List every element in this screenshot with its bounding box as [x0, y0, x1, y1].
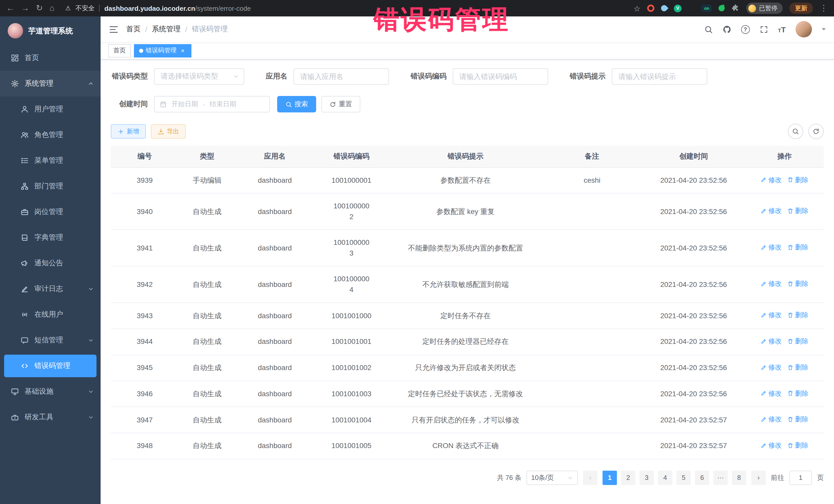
- sidebar-toggle-icon[interactable]: [109, 24, 118, 34]
- tab-home[interactable]: 首页: [108, 44, 131, 57]
- page-ellipsis-button[interactable]: ···: [714, 470, 728, 485]
- extensions-puzzle-icon[interactable]: [731, 4, 740, 12]
- bookmark-star-icon[interactable]: ☆: [634, 4, 640, 12]
- sidebar-submenu-system: 用户管理 角色管理 菜单管理 部门管理 岗位管理: [0, 96, 101, 377]
- font-size-icon[interactable]: TT: [778, 25, 786, 33]
- extension-drop-icon[interactable]: [660, 4, 668, 13]
- chevron-down-icon[interactable]: [822, 28, 826, 32]
- edit-link[interactable]: 修改: [761, 206, 782, 216]
- date-range-picker[interactable]: 开始日期 - 结束日期: [154, 96, 270, 112]
- sidebar-item-dict-mgmt[interactable]: 字典管理: [0, 225, 101, 250]
- toggle-search-button[interactable]: [788, 124, 803, 139]
- sidebar-item-dept-mgmt[interactable]: 部门管理: [0, 174, 101, 199]
- cell-actions: 修改删除: [745, 433, 824, 459]
- reset-button[interactable]: 重置: [321, 96, 360, 112]
- sidebar-item-online-users[interactable]: 在线用户: [0, 302, 101, 327]
- cell-id: 3944: [111, 329, 179, 355]
- app-logo[interactable]: 芋道管理系统: [0, 17, 101, 45]
- delete-link[interactable]: 删除: [787, 279, 808, 289]
- sidebar-item-dev-tools[interactable]: 研发工具: [0, 404, 101, 430]
- page-button-6[interactable]: 6: [695, 470, 709, 485]
- delete-link[interactable]: 删除: [787, 175, 808, 185]
- filter-error-msg: 错误码提示: [570, 68, 707, 85]
- sidebar-item-home[interactable]: 首页: [0, 45, 101, 71]
- delete-link[interactable]: 删除: [787, 414, 808, 424]
- reload-icon[interactable]: ↻: [36, 4, 43, 12]
- error-msg-input[interactable]: [612, 68, 707, 85]
- edit-link[interactable]: 修改: [761, 310, 782, 320]
- github-icon[interactable]: [722, 25, 731, 34]
- export-button[interactable]: 导出: [151, 124, 186, 138]
- delete-link[interactable]: 删除: [787, 440, 808, 451]
- delete-link[interactable]: 删除: [787, 363, 808, 372]
- delete-link[interactable]: 删除: [787, 388, 808, 398]
- filter-row-1: 错误码类型 请选择错误码类型 应用名 错误码编码 错误码提示: [111, 68, 824, 85]
- cell-app: dashboard: [236, 303, 314, 329]
- update-button[interactable]: 更新: [789, 3, 813, 14]
- page-button-5[interactable]: 5: [676, 470, 691, 485]
- cell-remark: [542, 194, 642, 230]
- sidebar-item-menu-mgmt[interactable]: 菜单管理: [0, 148, 101, 174]
- add-button[interactable]: 新增: [111, 124, 146, 138]
- app-title: 芋道管理系统: [28, 26, 73, 36]
- edit-link[interactable]: 修改: [761, 388, 782, 398]
- page-button-3[interactable]: 3: [639, 470, 654, 485]
- page-button-1[interactable]: 1: [602, 470, 617, 485]
- sidebar-item-infrastructure[interactable]: 基础设施: [0, 379, 101, 404]
- edit-link[interactable]: 修改: [761, 363, 782, 372]
- edit-link[interactable]: 修改: [761, 440, 782, 451]
- sidebar-item-sms-mgmt[interactable]: 短信管理: [0, 327, 101, 353]
- user-avatar[interactable]: [795, 21, 812, 38]
- extension-v-icon[interactable]: V: [674, 4, 682, 12]
- close-icon[interactable]: ×: [179, 47, 186, 54]
- extension-ring-icon[interactable]: [647, 5, 654, 12]
- sidebar-item-audit-log[interactable]: 审计日志: [0, 276, 101, 302]
- select-placeholder: 请选择错误码类型: [161, 72, 218, 81]
- address-bar[interactable]: ⚠ 不安全 dashboard.yudao.iocoder.cn/system/…: [61, 4, 627, 13]
- extension-on-badge[interactable]: on: [702, 5, 712, 12]
- sidebar-item-role-mgmt[interactable]: 角色管理: [0, 122, 101, 148]
- sidebar-item-error-code[interactable]: 错误码管理: [4, 355, 96, 377]
- error-type-select[interactable]: 请选择错误码类型: [154, 68, 244, 85]
- refresh-table-button[interactable]: [808, 124, 824, 139]
- breadcrumb-home[interactable]: 首页: [126, 25, 140, 34]
- forward-icon[interactable]: →: [21, 4, 29, 12]
- breadcrumb-system[interactable]: 系统管理: [152, 25, 181, 34]
- breadcrumb-separator: /: [145, 25, 147, 34]
- edit-link[interactable]: 修改: [761, 414, 782, 424]
- search-icon[interactable]: [704, 25, 712, 34]
- delete-link[interactable]: 删除: [787, 206, 808, 216]
- home-icon[interactable]: ⌂: [49, 4, 54, 12]
- sidebar-item-post-mgmt[interactable]: 岗位管理: [0, 199, 101, 225]
- browser-menu-icon[interactable]: ⋮: [820, 4, 828, 12]
- goto-page-input[interactable]: [789, 470, 812, 485]
- page-button-4[interactable]: 4: [658, 470, 672, 485]
- delete-link[interactable]: 删除: [787, 336, 808, 346]
- page-button-2[interactable]: 2: [621, 470, 635, 485]
- extension-leaf-icon[interactable]: [718, 5, 725, 12]
- page-size-select[interactable]: 10条/页: [527, 470, 578, 485]
- app-name-input[interactable]: [293, 68, 389, 85]
- delete-link[interactable]: 删除: [787, 242, 808, 253]
- page-button-8[interactable]: 8: [732, 470, 746, 485]
- search-button[interactable]: 搜索: [277, 96, 316, 112]
- cell-remark: [542, 329, 642, 355]
- edit-link[interactable]: 修改: [761, 279, 782, 289]
- edit-link[interactable]: 修改: [761, 242, 782, 253]
- error-code-input[interactable]: [453, 68, 548, 85]
- prev-page-button[interactable]: ‹: [583, 470, 597, 485]
- fullscreen-icon[interactable]: [759, 25, 768, 34]
- extension-grid-icon[interactable]: [688, 5, 695, 12]
- tab-error-code[interactable]: 错误码管理 ×: [134, 44, 192, 57]
- sidebar-item-user-mgmt[interactable]: 用户管理: [0, 96, 101, 122]
- help-icon[interactable]: ?: [741, 25, 750, 34]
- screen: ← → ↻ ⌂ ⚠ 不安全 dashboard.yudao.iocoder.cn…: [0, 0, 834, 504]
- delete-link[interactable]: 删除: [787, 310, 808, 320]
- profile-chip[interactable]: 已暂停: [746, 3, 783, 14]
- back-icon[interactable]: ←: [6, 4, 14, 12]
- sidebar-item-notice[interactable]: 通知公告: [0, 250, 101, 276]
- edit-link[interactable]: 修改: [761, 336, 782, 346]
- next-page-button[interactable]: ›: [751, 470, 766, 485]
- edit-link[interactable]: 修改: [761, 175, 782, 185]
- sidebar-item-system-mgmt[interactable]: 系统管理: [0, 71, 101, 96]
